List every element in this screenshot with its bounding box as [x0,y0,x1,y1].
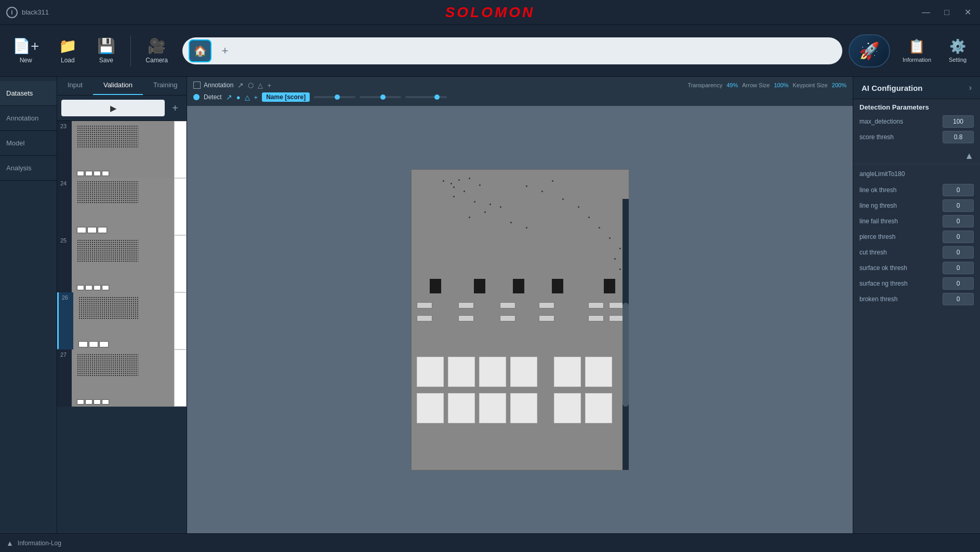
new-label: New [20,57,32,64]
cut-thresh-input[interactable] [943,246,974,259]
broken-thresh-input[interactable] [943,293,974,305]
surface-ok-thresh-input[interactable] [943,262,974,274]
angle-limit-label: angleLimitTo180 [853,168,980,180]
camera-button[interactable]: 🎥 Camera [137,33,176,68]
sidebar-item-analysis[interactable]: Analysis [0,156,57,181]
thumb-sq [102,171,109,176]
scroll-handle[interactable] [623,303,629,407]
dataset-item[interactable]: 27 [57,349,187,407]
dataset-item[interactable]: 23 [57,121,187,178]
collapse-button[interactable]: ▲ [964,151,974,161]
thumb-image [72,121,174,178]
maximize-button[interactable]: □ [941,7,953,17]
thumb-sq [99,341,109,347]
thumb-strip [174,121,187,178]
thumb-dark [57,235,72,292]
tab-validation[interactable]: Validation [93,77,143,95]
tab-input[interactable]: Input [57,77,93,95]
slider1[interactable] [314,96,355,98]
slider2[interactable] [360,96,401,98]
annotation-checkbox[interactable] [193,82,201,89]
dataset-item[interactable]: 25 [57,235,187,292]
detection-params-section: Detection Parameters max_detections scor… [853,99,980,151]
thumb-sq [102,285,109,290]
thumb-squares [77,399,109,405]
tab-training[interactable]: Training [143,77,188,95]
sidebar-item-model[interactable]: Model [0,131,57,156]
right-panel-title: AI Configuration [862,84,922,92]
line-fail-thresh-input[interactable] [943,215,974,227]
expand-button[interactable]: › [969,83,972,92]
scatter-dot [619,268,621,270]
thresh-params-section: line ok thresh line ng thresh line fail … [853,180,980,313]
scatter-area [422,175,618,279]
param-row-cut: cut thresh [859,246,974,259]
thumb-dark [57,349,72,407]
minimize-button[interactable]: — [920,7,932,17]
run-button[interactable]: 🚀 [849,34,890,68]
white-rects-row2 [412,393,629,423]
right-panel-header: AI Configuration › [853,77,980,99]
annotation-play-button[interactable]: ▶ [61,100,165,116]
information-button[interactable]: 📋 Information [896,34,937,67]
thumb-strip [174,235,187,292]
surface-ok-thresh-label: surface ok thresh [859,264,907,272]
collapse-arrow: ▲ [853,151,980,161]
param-row-broken: broken thresh [859,293,974,305]
max-detections-label: max_detections [859,118,903,125]
pierce-thresh-input[interactable] [943,231,974,243]
param-row-score-thresh: score thresh [859,131,974,143]
sidebar-item-datasets[interactable]: Datasets [0,81,57,106]
line-ok-thresh-input[interactable] [943,184,974,196]
scatter-dot [588,217,590,218]
white-rect [510,393,537,423]
load-icon: 📁 [59,37,77,55]
white-rect [479,357,506,387]
dataset-item[interactable]: 24 [57,178,187,235]
surface-ng-thresh-input[interactable] [943,277,974,290]
gap [541,357,550,387]
scatter-dot [451,183,452,184]
surface-ng-thresh-label: surface ng thresh [859,280,908,287]
scatter-dot [443,180,444,182]
param-row-surface-ok: surface ok thresh [859,262,974,274]
dataset-item[interactable]: 26 [57,292,187,349]
add-icon1: + [267,82,271,89]
app-info: i black311 [6,7,49,18]
annotation-add-button[interactable]: + [168,101,182,115]
thumb-sq [77,399,84,405]
arrow-icon1: ↗ [237,81,244,89]
save-button[interactable]: 💾 Save [88,33,124,68]
thumb-sq [94,171,101,176]
line-ng-thresh-label: line ng thresh [859,202,897,209]
line-ng-thresh-input[interactable] [943,199,974,212]
scatter-dot [552,180,553,182]
sidebar-item-annotation[interactable]: Annotation [0,106,57,131]
max-detections-input[interactable] [943,115,974,128]
setting-button[interactable]: ⚙️ Setting [939,34,976,67]
new-button[interactable]: 📄+ New [4,33,47,68]
close-button[interactable]: ✕ [961,7,974,17]
white-rect [417,357,444,387]
tab-bar: 🏠 + [182,37,842,64]
thumb-dots [77,354,138,376]
thumb-sq [89,341,98,347]
tab-home[interactable]: 🏠 [189,39,211,62]
scatter-dot [479,184,481,186]
main-canvas: Annotation ↗ ⬡ △ + Transparency 49% Arro… [187,77,853,533]
score-thresh-label: score thresh [859,133,894,141]
param-row-line-ok: line ok thresh [859,184,974,196]
thumb-dark [57,178,72,235]
score-thresh-input[interactable] [943,131,974,143]
slider3[interactable] [405,96,447,98]
load-button[interactable]: 📁 Load [49,33,86,68]
bottom-bar: ▲ Information-Log [0,533,980,552]
thumb-strip [174,349,187,407]
scatter-dot [469,178,470,179]
thumb-sq [87,227,97,233]
dataset-tabs: Input Validation Training [57,77,187,96]
add-tab-button[interactable]: + [216,42,234,60]
name-score-badge: Name [score] [262,92,310,102]
dataset-items: 23 24 [57,121,187,533]
add-icon2: + [254,93,258,101]
